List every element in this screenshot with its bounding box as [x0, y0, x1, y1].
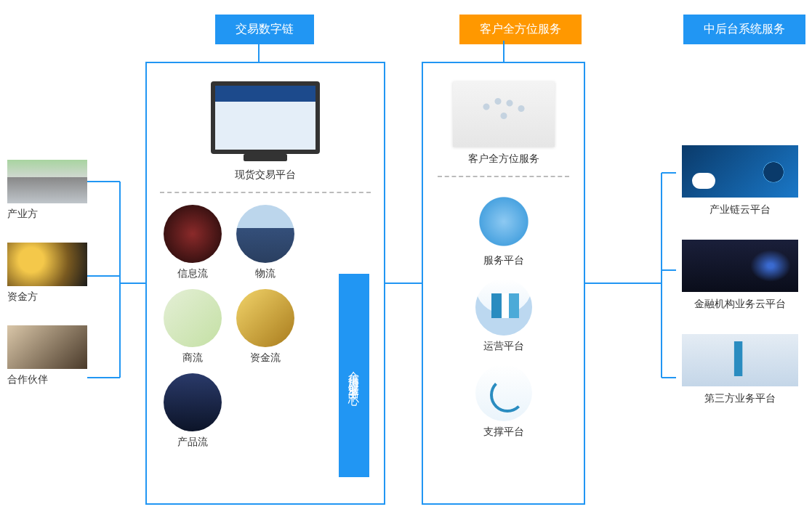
product-flow-label: 产品流: [160, 436, 225, 449]
support-platform-label: 支撑平台: [475, 426, 532, 439]
divider: [160, 192, 371, 193]
ops-platform-icon: [475, 279, 532, 336]
industry-image: [7, 160, 87, 203]
right-item-thirdparty: 第三方业务平台: [676, 334, 803, 405]
info-flow-label: 信息流: [160, 267, 225, 280]
info-flow-icon: [164, 205, 222, 263]
flow-cell-commerce: 商流: [160, 289, 225, 365]
fin-cloud-label: 金融机构业务云平台: [676, 298, 803, 311]
trade-box: 现货交易平台 信息流 物流 商流 资金流 产品流 金信供应链服务中心: [145, 62, 385, 505]
platform-ops: 运营平台: [475, 279, 532, 353]
partner-label: 合作伙伴: [7, 373, 95, 386]
right-item-industry-cloud: 产业链云平台: [676, 145, 803, 216]
logistics-flow-icon: [236, 205, 294, 263]
ops-platform-label: 运营平台: [475, 340, 532, 353]
support-platform-icon: [475, 365, 532, 421]
customer-top: 客户全方位服务: [438, 81, 569, 166]
capital-label: 资金方: [7, 290, 95, 304]
commerce-flow-label: 商流: [160, 352, 225, 365]
thirdparty-label: 第三方业务平台: [676, 392, 803, 405]
monitor-image: [211, 81, 320, 154]
left-item-partner: 合作伙伴: [7, 325, 95, 386]
flow-cell-cashflow: 资金流: [233, 289, 298, 365]
platform-service: 服务平台: [475, 193, 532, 267]
vertical-bar-label: 金信供应链服务中心: [339, 274, 369, 477]
flow-cell-logistics: 物流: [233, 205, 298, 280]
header-customer: 客户全方位服务: [459, 15, 582, 44]
capital-image: [7, 243, 87, 286]
left-column: 产业方 资金方 合作伙伴: [7, 160, 95, 408]
service-platform-icon: [475, 193, 532, 250]
platform-support: 支撑平台: [475, 365, 532, 439]
industry-label: 产业方: [7, 208, 95, 221]
partner-image: [7, 325, 87, 369]
commerce-flow-icon: [164, 289, 222, 347]
header-backoffice: 中后台系统服务: [683, 15, 805, 44]
industry-cloud-image: [682, 145, 798, 198]
logistics-flow-label: 物流: [233, 267, 298, 280]
service-platform-label: 服务平台: [475, 254, 532, 267]
header-trade: 交易数字链: [215, 15, 314, 44]
left-item-capital: 资金方: [7, 243, 95, 304]
right-item-fin-cloud: 金融机构业务云平台: [676, 240, 803, 311]
flow-cell-info: 信息流: [160, 205, 225, 280]
flow-grid: 信息流 物流 商流 资金流 产品流: [160, 205, 305, 449]
divider: [438, 176, 569, 177]
left-item-industry: 产业方: [7, 160, 95, 221]
trade-top-caption: 现货交易平台: [160, 168, 371, 182]
customer-box: 客户全方位服务 服务平台 运营平台 支撑平台: [422, 62, 585, 505]
fin-cloud-image: [682, 240, 798, 292]
customer-top-caption: 客户全方位服务: [438, 153, 569, 166]
product-flow-icon: [164, 373, 222, 431]
cash-flow-icon: [236, 289, 294, 347]
right-column: 产业链云平台 金融机构业务云平台 第三方业务平台: [676, 145, 803, 428]
industry-cloud-label: 产业链云平台: [676, 203, 803, 216]
customer-grid: 服务平台 运营平台 支撑平台: [438, 193, 569, 439]
customer-top-image: [453, 81, 555, 147]
thirdparty-image: [682, 334, 798, 386]
flow-cell-product: 产品流: [160, 373, 225, 449]
cash-flow-label: 资金流: [233, 352, 298, 365]
